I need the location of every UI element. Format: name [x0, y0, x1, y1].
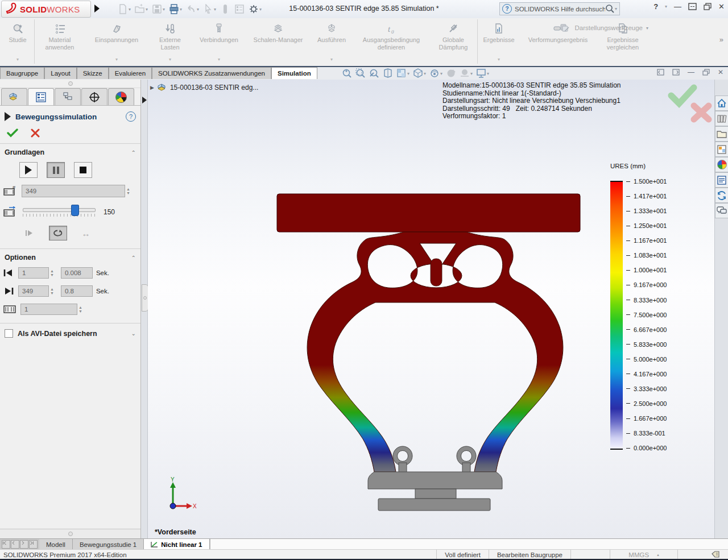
panel-help-icon[interactable]: ?	[126, 111, 136, 122]
tab-configuration-manager[interactable]	[55, 88, 81, 105]
frame-spinner[interactable]: ▲▼	[126, 187, 130, 195]
tab-simulation[interactable]: Simulation	[271, 67, 317, 79]
start-time-input[interactable]	[61, 267, 93, 279]
play-button[interactable]	[19, 162, 38, 178]
study-tab-nicht-linear-1[interactable]: Nicht linear 1	[144, 539, 209, 550]
doc-minimize-button[interactable]: —	[688, 68, 694, 76]
panel-splitter[interactable]	[141, 80, 148, 538]
dropdown-icon[interactable]: ▾	[487, 71, 489, 76]
taskpane-appearances-tab[interactable]	[715, 157, 728, 172]
study-tab-modell[interactable]: Modell	[39, 539, 73, 550]
help-button[interactable]: ?	[653, 2, 658, 11]
panel-bottom-grip[interactable]	[0, 529, 140, 538]
group-grundlagen-header[interactable]: Grundlagen ⌃	[5, 148, 136, 156]
doc-close-button[interactable]: ✕	[718, 68, 723, 76]
dropdown-icon[interactable]: ▾	[129, 7, 131, 12]
restore-window-icon[interactable]	[704, 3, 712, 10]
view-settings-button[interactable]: ▾	[475, 68, 490, 79]
save-button[interactable]: ▾	[151, 3, 166, 15]
speed-slider-thumb[interactable]	[71, 205, 79, 216]
search-icon[interactable]	[605, 4, 615, 14]
ribbon-item-display-tools[interactable]: Darstellungswerkzeuge ▾	[560, 23, 648, 33]
study-tab-bewegungsstudie-1[interactable]: Bewegungsstudie 1	[73, 539, 144, 550]
ribbon-item-connections-screw[interactable]: Verbindungen ▾	[192, 19, 246, 64]
view-orientation-button[interactable]: ▾	[396, 68, 410, 79]
dropdown-icon[interactable]: ▾	[330, 57, 333, 62]
solidworks-logo[interactable]: SOLIDWORKS	[1, 1, 91, 18]
tag-icon[interactable]	[712, 551, 720, 558]
taskpane-comments-tab[interactable]	[715, 203, 728, 218]
taskpane-design-library-tab[interactable]	[715, 111, 728, 126]
display-style-button[interactable]: ▾	[412, 68, 427, 79]
dropdown-icon[interactable]: ▾	[424, 71, 426, 76]
ribbon-item-fixture-clamp[interactable]: Einspannungen ▾	[85, 19, 148, 64]
doc-restore-button[interactable]	[702, 69, 710, 76]
taskpane-view-palette-tab[interactable]	[715, 142, 728, 157]
help-dropdown-icon[interactable]: ▾	[665, 4, 667, 9]
menu-flyout-arrow[interactable]	[94, 5, 100, 13]
dropdown-icon[interactable]: ▾	[180, 7, 182, 12]
expand-right-pane-icon[interactable]	[672, 69, 680, 76]
dropdown-icon[interactable]: ▾	[470, 71, 473, 76]
tab-feature-manager[interactable]	[1, 88, 27, 105]
dropdown-icon[interactable]: ▾	[407, 71, 410, 76]
dock-window-icon[interactable]	[688, 3, 697, 10]
apply-scene-button[interactable]: ▾	[459, 68, 473, 79]
help-search-box[interactable]: ? SOLIDWORKS Hilfe durchsuchen ▾	[499, 2, 620, 15]
display-tools-dropdown-icon[interactable]: ▾	[646, 26, 648, 31]
search-dropdown-icon[interactable]: ▾	[615, 6, 617, 11]
ribbon-item-material-list[interactable]: Material anwenden	[34, 19, 85, 64]
simulation-model-plot[interactable]	[148, 80, 603, 529]
tab-solidworks-zusatzanwendungen[interactable]: SOLIDWORKS Zusatzanwendungen	[152, 67, 271, 79]
panel-top-grip[interactable]	[0, 80, 140, 88]
next-tab-button[interactable]	[20, 540, 28, 549]
ribbon-item-external-loads[interactable]: Externe Lasten ▾	[148, 19, 192, 64]
dropdown-icon[interactable]: ▾	[197, 7, 199, 12]
taskpane-solidworks-forum-tab[interactable]	[715, 188, 728, 203]
ribbon-item-initial-condition-t0[interactable]: t0 Ausgangsbedingung definieren	[353, 19, 429, 64]
save-avi-group-header[interactable]: Als AVI-Datei speichern ⌄	[5, 329, 136, 338]
start-frame-spinner[interactable]: ▲▼	[50, 269, 54, 277]
dropdown-icon[interactable]: ▾	[146, 7, 148, 12]
ribbon-item-study-magnifier[interactable]: Studie ▾	[1, 19, 34, 64]
dropdown-icon[interactable]: ▾	[218, 57, 220, 62]
tab-property-manager[interactable]	[28, 88, 54, 105]
dropdown-icon[interactable]: ▾	[440, 71, 442, 76]
taskpane-custom-properties-tab[interactable]	[715, 172, 728, 188]
status-edit-assembly[interactable]: Bearbeiten Baugruppe	[489, 550, 570, 559]
cancel-x-icon[interactable]	[31, 128, 40, 138]
tab-baugruppe[interactable]: Baugruppe	[0, 67, 44, 79]
ribbon-item-global-damping[interactable]: Globale Dämpfung	[429, 19, 477, 64]
undo-button[interactable]: ▾	[185, 3, 200, 15]
close-button[interactable]: ✕	[718, 2, 725, 11]
ribbon-item-shell-manager[interactable]: Schalen-Manager	[246, 19, 310, 64]
expand-chevron-icon[interactable]: ⌄	[131, 330, 136, 337]
reciprocate-button[interactable]: ↔	[77, 226, 94, 240]
tab-evaluieren[interactable]: Evaluieren	[109, 67, 152, 79]
dropdown-icon[interactable]: ▾	[498, 57, 500, 62]
panel-flyout-arrow[interactable]	[142, 97, 147, 103]
dropdown-icon[interactable]: ▾	[169, 57, 171, 62]
end-frame-spinner[interactable]: ▲▼	[50, 287, 54, 295]
section-view-button[interactable]	[382, 68, 394, 79]
collapse-chevron-icon[interactable]: ⌃	[131, 150, 136, 156]
graphics-area[interactable]: ▶ 15-000136-03 SENTIR edg... Modellname:…	[148, 80, 714, 538]
frame-increment-input[interactable]	[20, 304, 77, 315]
speed-slider[interactable]	[23, 208, 96, 217]
open-button[interactable]: ▾	[134, 3, 149, 15]
first-tab-button[interactable]	[2, 540, 10, 549]
previous-tab-button[interactable]	[11, 540, 19, 549]
ribbon-overflow-button[interactable]: »	[719, 35, 723, 44]
ribbon-item-run-solver[interactable]: Ausführen ▾	[310, 19, 353, 64]
dropdown-icon[interactable]: ▾	[16, 57, 19, 62]
tab-layout[interactable]: Layout	[44, 67, 77, 79]
dropdown-icon[interactable]: ▾	[214, 7, 216, 12]
stop-button[interactable]	[74, 162, 92, 178]
select-button[interactable]: ▾	[202, 3, 217, 15]
zoom-fit-button[interactable]	[341, 68, 353, 79]
zoom-to-selection-button[interactable]	[369, 68, 380, 79]
new-document-button[interactable]: ▾	[117, 3, 132, 15]
edit-appearance-button[interactable]	[445, 68, 457, 79]
tab-skizze[interactable]: Skizze	[77, 67, 109, 79]
status-units[interactable]: MMGS▴	[610, 550, 677, 559]
